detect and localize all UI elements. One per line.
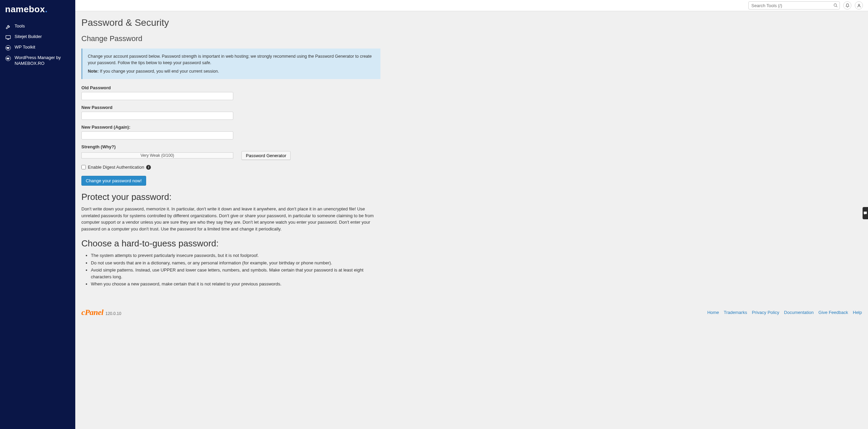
feedback-side-tab[interactable] [863,207,868,219]
sitejet-icon [5,34,11,40]
brand-name: namebox [5,4,45,14]
bell-icon [845,3,850,8]
choose-heading: Choose a hard-to-guess password: [81,238,380,249]
content: Password & Security Change Password Chan… [75,11,387,302]
search-input[interactable] [748,1,840,10]
sidebar-item-label: WordPress Manager by NAMEBOX.RO [15,55,70,67]
protect-heading: Protect your password: [81,192,380,202]
change-password-heading: Change Password [81,34,380,43]
footer-link-privacy[interactable]: Privacy Policy [752,310,779,315]
search-icon[interactable] [833,3,838,8]
footer-link-documentation[interactable]: Documentation [784,310,813,315]
wordpress-icon [5,45,11,51]
tools-icon [5,24,11,30]
user-menu-button[interactable] [855,1,863,10]
brand-dot: . [45,4,48,14]
svg-point-3 [834,4,837,6]
footer-link-trademarks[interactable]: Trademarks [724,310,747,315]
tip-item: When you choose a new password, make cer… [91,281,380,287]
protect-body: Don't write down your password, memorize… [81,206,380,232]
info-callout: Change your account password below. Pass… [81,49,380,79]
user-icon [857,3,861,8]
sidebar-item-sitejet[interactable]: Sitejet Builder [0,32,75,42]
svg-rect-0 [6,36,10,39]
info-note-rest: If you change your password, you will en… [99,69,219,74]
search-wrap [748,1,840,10]
footer-link-home[interactable]: Home [707,310,719,315]
password-generator-button[interactable]: Password Generator [241,151,291,160]
new-password-again-label: New Password (Again): [81,125,380,130]
info-icon[interactable]: i [146,165,151,170]
brand-logo[interactable]: namebox. [0,0,75,19]
info-text-2: Note: If you change your password, you w… [88,68,375,75]
old-password-input[interactable] [81,92,233,100]
footer: cPanel 120.0.10 Home Trademarks Privacy … [75,302,868,323]
tips-list: The system attempts to prevent particula… [91,252,380,287]
topbar [75,0,868,11]
strength-label-text: Strength (Why?) [81,144,116,149]
wordpress-icon [5,55,11,61]
svg-point-4 [858,4,860,5]
tip-item: The system attempts to prevent particula… [91,252,380,259]
digest-auth-checkbox[interactable] [81,165,86,169]
old-password-label: Old Password [81,85,380,90]
sidebar-item-wpmanager[interactable]: WordPress Manager by NAMEBOX.RO [0,53,75,69]
digest-auth-label: Enable Digest Authentication [88,165,144,170]
sidebar-item-tools[interactable]: Tools [0,21,75,32]
notifications-button[interactable] [843,1,851,10]
sidebar-item-label: Sitejet Builder [15,34,42,40]
footer-links: Home Trademarks Privacy Policy Documenta… [707,310,862,315]
new-password-input[interactable] [81,112,233,120]
change-password-submit[interactable]: Change your password now! [81,176,146,186]
sidebar: namebox. Tools Sitejet Builder WP Toolki… [0,0,75,429]
new-password-again-input[interactable] [81,131,233,139]
feedback-icon [863,211,867,215]
footer-link-help[interactable]: Help [853,310,862,315]
tip-item: Do not use words that are in a dictionar… [91,260,380,266]
info-note-label: Note: [88,69,99,74]
cpanel-version: 120.0.10 [105,311,121,316]
page-title: Password & Security [81,17,380,28]
sidebar-item-label: WP Toolkit [15,44,35,50]
strength-text: Very Weak (0/100) [140,153,174,158]
strength-meter: Very Weak (0/100) [81,152,233,158]
sidebar-item-wptoolkit[interactable]: WP Toolkit [0,42,75,53]
tip-item: Avoid simple patterns. Instead, use UPPE… [91,267,380,280]
cpanel-logo[interactable]: cPanel [81,308,103,317]
sidebar-nav: Tools Sitejet Builder WP Toolkit WordPre… [0,19,75,71]
sidebar-item-label: Tools [15,23,25,29]
new-password-label: New Password [81,105,380,110]
footer-link-feedback[interactable]: Give Feedback [818,310,848,315]
info-text-1: Change your account password below. Pass… [88,53,375,66]
strength-label: Strength (Why?) [81,144,380,149]
